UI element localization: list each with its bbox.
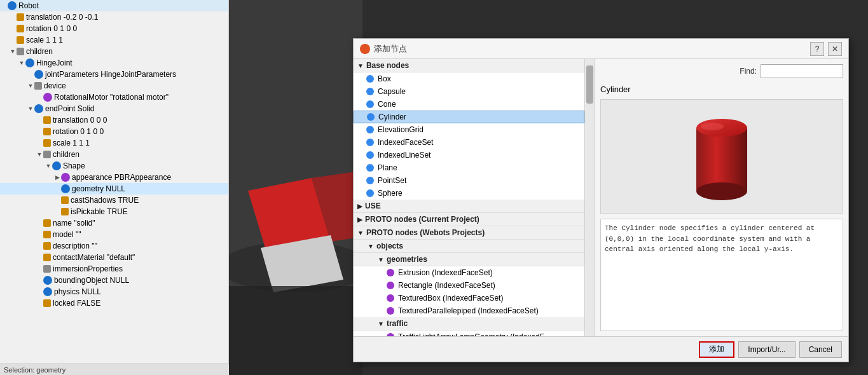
node-item-texturedParallelepiped[interactable]: TexturedParallelepiped (IndexedFaceSet) bbox=[354, 304, 584, 317]
node-item-box[interactable]: Box bbox=[354, 72, 584, 85]
node-list-panel: ▼Base nodesBoxCapsuleConeCylinderElevati… bbox=[354, 59, 595, 336]
tree-node-icon bbox=[17, 48, 24, 55]
node-dot bbox=[387, 307, 394, 315]
tree-node-label: appearance PBRAppearance bbox=[72, 173, 171, 182]
dialog-close-button[interactable]: ✕ bbox=[828, 42, 842, 56]
node-group-proto-webots[interactable]: ▼PROTO nodes (Webots Projects) bbox=[354, 226, 584, 240]
tree-item-model[interactable]: model "" bbox=[0, 229, 228, 240]
node-item-plane[interactable]: Plane bbox=[354, 161, 584, 174]
tree-item-immersionProperties[interactable]: immersionProperties bbox=[0, 263, 228, 275]
tree-item-geometry[interactable]: geometry NULL bbox=[0, 183, 228, 194]
import-url-button[interactable]: Import/Ur... bbox=[738, 341, 795, 358]
cylinder-svg bbox=[684, 109, 760, 204]
node-dot bbox=[366, 189, 374, 197]
node-group-traffic[interactable]: ▼traffic bbox=[354, 317, 584, 331]
tree-item-endPoint[interactable]: ▼endPoint Solid bbox=[0, 103, 228, 114]
tree-node-icon bbox=[8, 1, 17, 10]
node-item-trafficLightArrow[interactable]: TrafficLightArrowLampGeometry (IndexedF.… bbox=[354, 331, 584, 336]
tree-item-scale1[interactable]: scale 1 1 1 bbox=[0, 34, 228, 46]
tree-item-appearance[interactable]: ▶appearance PBRAppearance bbox=[0, 172, 228, 183]
tree-node-icon bbox=[43, 128, 51, 135]
tree-item-hinge[interactable]: ▼HingeJoint bbox=[0, 57, 228, 69]
group-label: Base nodes bbox=[366, 61, 409, 70]
node-item-label: Box bbox=[378, 74, 391, 83]
tree-node-icon bbox=[61, 208, 69, 215]
scrollbar[interactable] bbox=[584, 59, 595, 336]
node-item-sphere[interactable]: Sphere bbox=[354, 187, 584, 200]
tree-node-label: endPoint Solid bbox=[45, 104, 94, 113]
tree-node-icon bbox=[43, 276, 52, 285]
node-item-indexedLineSet[interactable]: IndexedLineSet bbox=[354, 149, 584, 161]
node-item-capsule[interactable]: Capsule bbox=[354, 85, 584, 98]
node-group-objects[interactable]: ▼objects bbox=[354, 240, 584, 253]
scroll-thumb[interactable] bbox=[586, 65, 593, 104]
tree-node-icon bbox=[43, 242, 51, 250]
tree-node-icon bbox=[43, 265, 51, 273]
tree-item-scale2[interactable]: scale 1 1 1 bbox=[0, 137, 228, 149]
node-group-proto-current[interactable]: ▶PROTO nodes (Current Project) bbox=[354, 213, 584, 226]
node-item-indexedFaceSet[interactable]: IndexedFaceSet bbox=[354, 136, 584, 149]
node-item-label: Capsule bbox=[378, 87, 406, 96]
node-item-label: PointSet bbox=[378, 176, 406, 185]
dialog-help-button[interactable]: ? bbox=[810, 42, 824, 56]
node-item-texturedBox[interactable]: TexturedBox (IndexedFaceSet) bbox=[354, 292, 584, 304]
tree-node-label: locked FALSE bbox=[53, 299, 100, 308]
tree-item-translation1[interactable]: translation -0.2 0 -0.1 bbox=[0, 11, 228, 23]
node-group-use[interactable]: ▶USE bbox=[354, 200, 584, 213]
tree-item-rotation1[interactable]: rotation 0 1 0 0 bbox=[0, 23, 228, 34]
info-panel: Find: Cylinder bbox=[595, 59, 848, 336]
tree-item-children1[interactable]: ▼children bbox=[0, 46, 228, 57]
node-item-elevationGrid[interactable]: ElevationGrid bbox=[354, 123, 584, 136]
svg-rect-6 bbox=[696, 128, 747, 191]
tree-item-translation2[interactable]: translation 0 0 0 bbox=[0, 114, 228, 126]
tree-item-description[interactable]: description "" bbox=[0, 240, 228, 252]
node-item-cylinder[interactable]: Cylinder bbox=[354, 111, 584, 123]
tree-item-contactMaterial[interactable]: contactMaterial "default" bbox=[0, 252, 228, 263]
node-dot bbox=[387, 294, 394, 302]
tree-item-children2[interactable]: ▼children bbox=[0, 149, 228, 160]
node-description: The Cylinder node specifies a cylinder c… bbox=[600, 219, 843, 331]
tree-node-label: scale 1 1 1 bbox=[53, 139, 90, 147]
dialog-footer: 添加 Import/Ur... Cancel bbox=[354, 336, 848, 362]
tree-node-label: Shape bbox=[63, 161, 85, 170]
node-list-scroll[interactable]: ▼Base nodesBoxCapsuleConeCylinderElevati… bbox=[354, 59, 584, 336]
find-input[interactable] bbox=[761, 64, 843, 78]
tree-item-name[interactable]: name "solid" bbox=[0, 217, 228, 229]
add-node-dialog: 添加节点 ? ✕ ▼Base nodesBoxCapsuleConeCylind… bbox=[353, 38, 849, 362]
tree-item-rotMotor[interactable]: RotationalMotor "rotational motor" bbox=[0, 92, 228, 103]
node-group-base-nodes[interactable]: ▼Base nodes bbox=[354, 59, 584, 72]
group-label: objects bbox=[376, 242, 403, 250]
tree-item-robot[interactable]: Robot bbox=[0, 0, 228, 11]
tree-node-icon bbox=[61, 173, 70, 182]
node-item-rectangle[interactable]: Rectangle (IndexedFaceSet) bbox=[354, 279, 584, 292]
node-dot bbox=[366, 126, 374, 133]
tree-node-icon bbox=[61, 184, 70, 193]
node-list-with-scroll: ▼Base nodesBoxCapsuleConeCylinderElevati… bbox=[354, 59, 595, 336]
tree-node-icon bbox=[25, 58, 34, 67]
tree-item-castShadows[interactable]: castShadows TRUE bbox=[0, 194, 228, 206]
tree-node-icon bbox=[43, 93, 52, 102]
tree-item-boundingObject[interactable]: boundingObject NULL bbox=[0, 275, 228, 286]
tree-node-icon bbox=[34, 104, 43, 113]
tree-item-device[interactable]: ▼device bbox=[0, 80, 228, 92]
add-button[interactable]: 添加 bbox=[699, 341, 734, 358]
tree-item-shape[interactable]: ▼Shape bbox=[0, 160, 228, 172]
node-group-geometries[interactable]: ▼geometries bbox=[354, 253, 584, 266]
node-item-extrusion[interactable]: Extrusion (IndexedFaceSet) bbox=[354, 266, 584, 279]
group-label: traffic bbox=[387, 319, 408, 328]
tree-item-rotation2[interactable]: rotation 0 1 0 0 bbox=[0, 126, 228, 137]
tree-item-jointParams[interactable]: jointParameters HingeJointParameters bbox=[0, 69, 228, 80]
cancel-button[interactable]: Cancel bbox=[799, 341, 842, 358]
tree-item-physics[interactable]: physics NULL bbox=[0, 286, 228, 297]
node-item-pointSet[interactable]: PointSet bbox=[354, 174, 584, 187]
tree-arrow: ▼ bbox=[45, 163, 52, 169]
tree-node-icon bbox=[17, 25, 24, 32]
tree-arrow: ▼ bbox=[36, 151, 43, 158]
tree-node-label: name "solid" bbox=[53, 219, 95, 228]
tree-item-isPickable[interactable]: isPickable TRUE bbox=[0, 206, 228, 217]
tree-item-locked[interactable]: locked FALSE bbox=[0, 297, 228, 309]
tree-node-icon bbox=[61, 196, 69, 204]
node-item-cone[interactable]: Cone bbox=[354, 98, 584, 111]
selected-node-name: Cylinder bbox=[600, 85, 843, 94]
tree-node-label: rotation 0 1 0 0 bbox=[53, 127, 104, 136]
